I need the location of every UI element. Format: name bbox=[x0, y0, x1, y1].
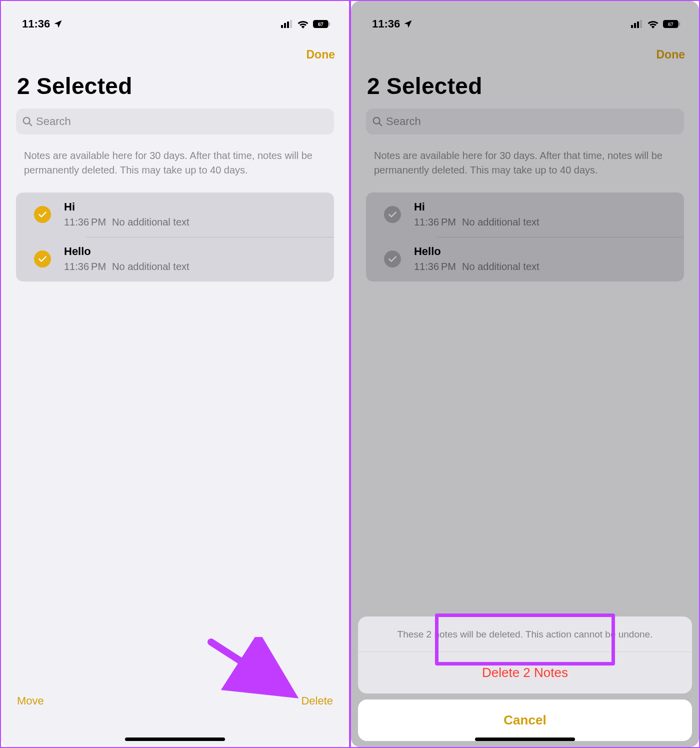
search-icon bbox=[22, 116, 33, 127]
bottom-toolbar: Move Delete bbox=[1, 677, 349, 747]
delete-notes-button[interactable]: Delete 2 Notes bbox=[358, 652, 692, 694]
done-button[interactable]: Done bbox=[306, 48, 336, 62]
search-input[interactable] bbox=[36, 115, 328, 128]
battery-icon: 67 bbox=[313, 20, 331, 28]
page-title: 2 Selected bbox=[1, 66, 349, 108]
svg-rect-2 bbox=[287, 22, 289, 28]
svg-rect-3 bbox=[290, 20, 292, 28]
note-row[interactable]: Hello 11:36 PM No additional text bbox=[16, 237, 334, 282]
clock-label: 11:36 bbox=[22, 18, 50, 30]
checkmark-icon[interactable] bbox=[34, 206, 51, 223]
location-icon bbox=[53, 19, 63, 29]
status-bar: 11:36 67 bbox=[1, 1, 349, 36]
wifi-icon bbox=[297, 20, 309, 28]
delete-button[interactable]: Delete bbox=[301, 694, 333, 708]
sheet-message: These 2 notes will be deleted. This acti… bbox=[358, 616, 692, 652]
svg-line-8 bbox=[29, 123, 32, 126]
search-bar[interactable] bbox=[16, 108, 334, 134]
svg-rect-5 bbox=[329, 22, 330, 26]
svg-text:67: 67 bbox=[318, 21, 324, 27]
note-title: Hi bbox=[64, 200, 323, 214]
home-indicator[interactable] bbox=[475, 738, 575, 741]
note-list: Hi 11:36 PM No additional text Hello 11:… bbox=[16, 192, 334, 282]
note-time: 11:36 PM bbox=[64, 261, 106, 272]
screenshot-right: 11:36 67 Done 2 Selected Notes are avail… bbox=[351, 1, 699, 747]
note-row[interactable]: Hi 11:36 PM No additional text bbox=[16, 192, 334, 237]
checkmark-icon[interactable] bbox=[34, 250, 51, 268]
nav-bar: Done bbox=[1, 36, 349, 66]
note-time: 11:36 PM bbox=[64, 216, 106, 228]
note-title: Hello bbox=[64, 245, 323, 258]
retention-info-label: Notes are available here for 30 days. Af… bbox=[1, 134, 349, 180]
action-sheet: These 2 notes will be deleted. This acti… bbox=[358, 616, 692, 742]
note-subtitle: No additional text bbox=[112, 216, 190, 228]
cellular-icon bbox=[281, 20, 293, 28]
cancel-button[interactable]: Cancel bbox=[358, 700, 692, 741]
note-subtitle: No additional text bbox=[112, 261, 190, 272]
svg-rect-0 bbox=[281, 25, 283, 28]
screenshot-left: 11:36 67 Done 2 Selected Notes are avail… bbox=[1, 1, 349, 747]
move-button[interactable]: Move bbox=[17, 694, 44, 708]
home-indicator[interactable] bbox=[125, 738, 225, 741]
svg-rect-1 bbox=[284, 23, 286, 28]
